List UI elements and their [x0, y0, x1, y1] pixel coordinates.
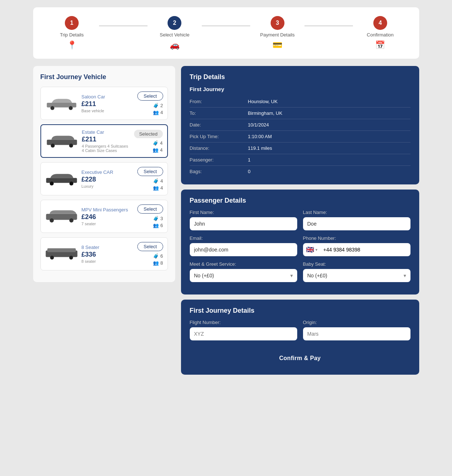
luggage-stat-4: 🧳 6 [153, 253, 163, 259]
step-4: 4 Confirmation 📅 [356, 16, 404, 50]
vehicle-card-3: MPV Mini Passengers £246 7 seater Select… [40, 200, 168, 233]
vehicle-desc-2: Luxury [82, 184, 130, 188]
vehicle-select-btn-0[interactable]: Select [137, 91, 163, 101]
trip-details-card: Trip Details First Journey From: Hounslo… [181, 66, 419, 184]
email-group: Email: [190, 235, 297, 256]
meet-greet-select[interactable]: No (+£0) Yes (+£10) [190, 269, 297, 282]
luggage-stat-3: 🧳 3 [153, 216, 163, 221]
passenger-icon-0: 👥 [153, 110, 159, 115]
trip-row-5: Passenger: 1 [190, 154, 410, 166]
vehicle-desc-0: Base vehicle [82, 109, 130, 113]
name-row: First Name: Last Name: [190, 210, 410, 230]
step-2-label: Select Vehicle [160, 32, 190, 38]
luggage-icon-2: 🧳 [153, 178, 159, 184]
trip-row-0: From: Hounslow, UK [190, 96, 410, 108]
step-2-number: 2 [173, 20, 176, 26]
passenger-stat-4: 👥 8 [153, 260, 163, 266]
trip-row-3: Pick Up Time: 1:10:00 AM [190, 131, 410, 143]
services-row: Meet & Greet Service: No (+£0) Yes (+£10… [190, 261, 410, 282]
confirm-pay-button[interactable]: Confirm & Pay [190, 349, 410, 367]
trip-row-6: Bags: 0 [190, 166, 410, 177]
trip-label-3: Pick Up Time: [190, 134, 248, 139]
first-name-input[interactable] [190, 217, 297, 230]
content-layout: First Journey Vehicle Saloon Car £211 Ba… [33, 66, 419, 375]
journey-details-card: First Journey Details Flight Number: Ori… [181, 300, 419, 375]
vehicle-select-btn-2[interactable]: Select [137, 167, 163, 176]
vehicle-select-btn-3[interactable]: Select [137, 204, 163, 214]
vehicle-stats-4: 🧳 6 👥 8 [153, 253, 163, 266]
vehicle-price-1: £211 [82, 136, 130, 143]
phone-label: Phone Number: [303, 235, 410, 241]
luggage-icon-1: 🧳 [153, 140, 158, 146]
last-name-label: Last Name: [303, 210, 410, 215]
vehicle-info-0: Saloon Car £211 Base vehicle [82, 94, 130, 113]
vehicle-stats-1: 🧳 4 👥 4 [153, 140, 162, 153]
vehicle-stats-3: 🧳 3 👥 6 [153, 216, 163, 228]
passenger-count-4: 8 [160, 260, 163, 266]
last-name-input[interactable] [303, 217, 410, 230]
svg-point-1 [50, 106, 54, 110]
step-1-label: Trip Details [60, 32, 83, 38]
last-name-group: Last Name: [303, 210, 410, 230]
trip-label-2: Date: [190, 122, 248, 128]
email-input[interactable] [190, 243, 297, 256]
vehicle-actions-0: Select 🧳 2 👥 4 [134, 91, 163, 115]
vehicle-img-2 [45, 170, 78, 188]
step-3: 3 Payment Details 💳 [253, 16, 302, 50]
vehicle-actions-4: Select 🧳 6 👥 8 [134, 242, 163, 266]
vehicle-name-4: 8 Seater [82, 245, 130, 250]
origin-input[interactable] [303, 327, 410, 340]
luggage-count-2: 4 [160, 178, 163, 184]
vehicle-select-btn-4[interactable]: Select [137, 242, 163, 251]
step-4-label: Confirmation [367, 32, 394, 38]
vehicle-list: Saloon Car £211 Base vehicle Select 🧳 2 … [40, 87, 168, 270]
trip-value-1: Birmingham, UK [248, 110, 283, 116]
flight-number-label: Flight Number: [190, 320, 297, 325]
luggage-icon-0: 🧳 [153, 103, 159, 108]
svg-point-8 [69, 182, 73, 186]
passenger-icon-1: 👥 [153, 147, 158, 153]
vehicle-name-0: Saloon Car [82, 94, 130, 100]
passenger-stat-2: 👥 4 [153, 185, 163, 191]
trip-label-5: Passenger: [190, 157, 248, 163]
trip-label-4: Distance: [190, 145, 248, 151]
trip-value-6: 0 [248, 169, 251, 174]
email-label: Email: [190, 235, 297, 241]
vehicle-stats-0: 🧳 2 👥 4 [153, 103, 163, 115]
step-3-number: 3 [276, 20, 279, 26]
vehicle-img-3 [45, 208, 78, 225]
main-wrapper: 1 Trip Details 📍 2 Select Vehicle 🚗 3 Pa… [33, 7, 419, 375]
origin-group: Origin: [303, 320, 410, 340]
vehicle-actions-1: Selected 🧳 4 👥 4 [134, 130, 163, 153]
trip-value-4: 119.1 miles [248, 145, 272, 151]
vehicle-price-4: £336 [82, 251, 130, 258]
step-line-1 [99, 26, 148, 26]
vehicle-stats-2: 🧳 4 👥 4 [153, 178, 163, 191]
passenger-count-1: 4 [160, 147, 162, 153]
phone-input[interactable] [321, 243, 410, 256]
vehicle-desc-4: 8 seater [82, 259, 130, 264]
trip-row-4: Distance: 119.1 miles [190, 143, 410, 154]
step-1-icon: 📍 [67, 40, 77, 50]
vehicle-info-1: Estate Car £211 4 Passengers 4 Suitcases… [82, 129, 130, 153]
vehicle-selected-btn-1[interactable]: Selected [134, 130, 163, 138]
passenger-stat-1: 👥 4 [153, 147, 162, 153]
vehicle-info-2: Executive CAR £228 Luxury [82, 169, 130, 188]
flight-number-input[interactable] [190, 327, 297, 340]
meet-greet-wrapper: No (+£0) Yes (+£10) [190, 269, 297, 282]
passenger-count-3: 6 [160, 223, 163, 228]
vehicle-name-2: Executive CAR [82, 169, 130, 175]
trip-value-2: 10/1/2024 [248, 122, 269, 128]
passenger-details-card: Passenger Details First Name: Last Name:… [181, 190, 419, 294]
trip-value-3: 1:10:00 AM [248, 134, 272, 139]
baby-seat-label: Baby Seat: [303, 261, 410, 267]
luggage-stat-2: 🧳 4 [153, 178, 163, 184]
step-4-number: 4 [378, 20, 382, 26]
svg-point-5 [69, 144, 73, 148]
vehicle-info-3: MPV Mini Passengers £246 7 seater [82, 207, 130, 226]
vehicle-price-0: £211 [82, 100, 130, 108]
baby-seat-select[interactable]: No (+£0) Yes (+£15) [303, 269, 410, 282]
vehicle-desc-3: 7 seater [82, 222, 130, 226]
phone-wrapper: 🇬🇧 ▾ [303, 243, 410, 256]
meet-greet-label: Meet & Greet Service: [190, 261, 297, 267]
